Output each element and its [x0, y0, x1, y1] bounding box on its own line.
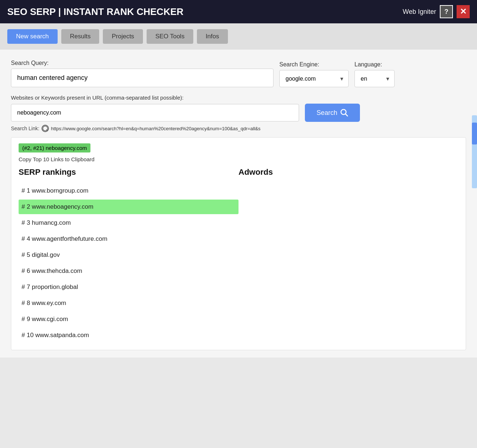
table-row[interactable]: # 10 www.satpanda.com — [19, 328, 238, 343]
url-row-inputs: Search — [11, 104, 466, 122]
rankings-list: # 1 www.borngroup.com# 2 www.neboagency.… — [19, 184, 238, 343]
svg-line-1 — [346, 114, 348, 116]
serp-header: SERP rankings — [19, 167, 238, 177]
app-title: SEO SERP | INSTANT RANK CHECKER — [7, 6, 183, 18]
query-row: Search Query: Search Engine: google.com … — [11, 60, 466, 87]
nav-results[interactable]: Results — [61, 29, 100, 44]
table-row[interactable]: # 8 www.ey.com — [19, 296, 238, 310]
nav-bar: New search Results Projects SEO Tools In… — [0, 23, 477, 50]
brand-label: Web Igniter — [403, 8, 436, 16]
help-button[interactable]: ? — [440, 5, 453, 18]
table-row[interactable]: # 2 www.neboagency.com — [19, 200, 238, 214]
lang-label: Language: — [354, 61, 395, 68]
search-button-label: Search — [317, 109, 337, 117]
close-button[interactable]: ✕ — [457, 5, 470, 18]
copy-links-button[interactable]: Copy Top 10 Links to Clipboard — [19, 156, 458, 162]
main-content: Search Query: Search Engine: google.com … — [0, 50, 477, 358]
url-row: Websites or Keywords present in URL (com… — [11, 94, 466, 122]
header-right: Web Igniter ? ✕ — [403, 5, 470, 18]
url-label: Websites or Keywords present in URL (com… — [11, 94, 466, 101]
adwords-column: Adwords — [238, 167, 458, 344]
scrollbar[interactable] — [472, 115, 477, 188]
search-link-url[interactable]: https://www.google.com/search?hl=en&q=hu… — [51, 126, 261, 131]
query-label: Search Query: — [11, 60, 274, 66]
nav-infos[interactable]: Infos — [197, 29, 228, 44]
query-input[interactable] — [11, 69, 274, 87]
search-link-label: Search Link: — [11, 125, 39, 131]
nav-projects[interactable]: Projects — [103, 29, 143, 44]
query-group: Search Query: — [11, 60, 274, 87]
search-link-row: Search Link: https://www.google.com/sear… — [11, 125, 466, 132]
url-input[interactable] — [11, 104, 299, 121]
table-row[interactable]: # 5 digital.gov — [19, 248, 238, 262]
search-link-icon — [42, 125, 49, 132]
nav-seo-tools[interactable]: SEO Tools — [147, 29, 193, 44]
results-box: (#2, #21) neboagency.com Copy Top 10 Lin… — [11, 137, 466, 350]
result-badge: (#2, #21) neboagency.com — [19, 143, 90, 152]
engine-select-wrapper: google.com bing.com yahoo.com ▼ — [279, 70, 349, 87]
engine-group: Search Engine: google.com bing.com yahoo… — [279, 61, 349, 87]
scrollbar-thumb[interactable] — [472, 123, 477, 144]
nav-new-search[interactable]: New search — [7, 29, 58, 44]
table-row[interactable]: # 1 www.borngroup.com — [19, 184, 238, 198]
serp-column: SERP rankings # 1 www.borngroup.com# 2 w… — [19, 167, 238, 344]
search-button[interactable]: Search — [305, 104, 360, 122]
lang-select[interactable]: en de fr es — [354, 70, 395, 87]
results-columns: SERP rankings # 1 www.borngroup.com# 2 w… — [19, 167, 458, 344]
table-row[interactable]: # 9 www.cgi.com — [19, 312, 238, 327]
engine-select[interactable]: google.com bing.com yahoo.com — [279, 70, 349, 87]
table-row[interactable]: # 4 www.agentforthefuture.com — [19, 232, 238, 246]
search-icon — [340, 109, 348, 117]
table-row[interactable]: # 7 proportion.global — [19, 280, 238, 294]
adwords-header: Adwords — [238, 167, 458, 177]
lang-select-wrapper: en de fr es ▼ — [354, 70, 395, 87]
engine-label: Search Engine: — [279, 61, 349, 68]
table-row[interactable]: # 3 humancg.com — [19, 216, 238, 230]
app-header: SEO SERP | INSTANT RANK CHECKER Web Igni… — [0, 0, 477, 23]
lang-group: Language: en de fr es ▼ — [354, 61, 395, 87]
table-row[interactable]: # 6 www.thehcda.com — [19, 264, 238, 278]
